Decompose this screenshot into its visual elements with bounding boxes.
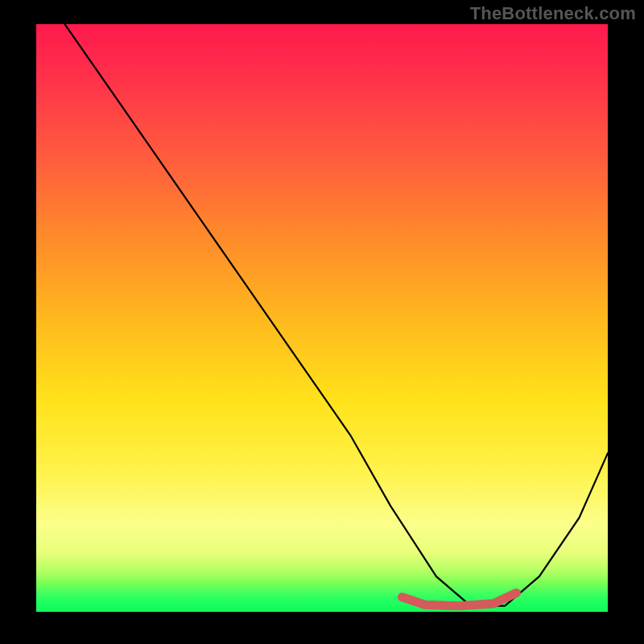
series-curve xyxy=(65,24,609,606)
chart-frame: TheBottleneck.com xyxy=(0,0,644,644)
chart-svg xyxy=(36,24,608,612)
highlight-segment xyxy=(402,593,516,606)
watermark-text: TheBottleneck.com xyxy=(470,3,636,24)
plot-area xyxy=(36,24,608,612)
